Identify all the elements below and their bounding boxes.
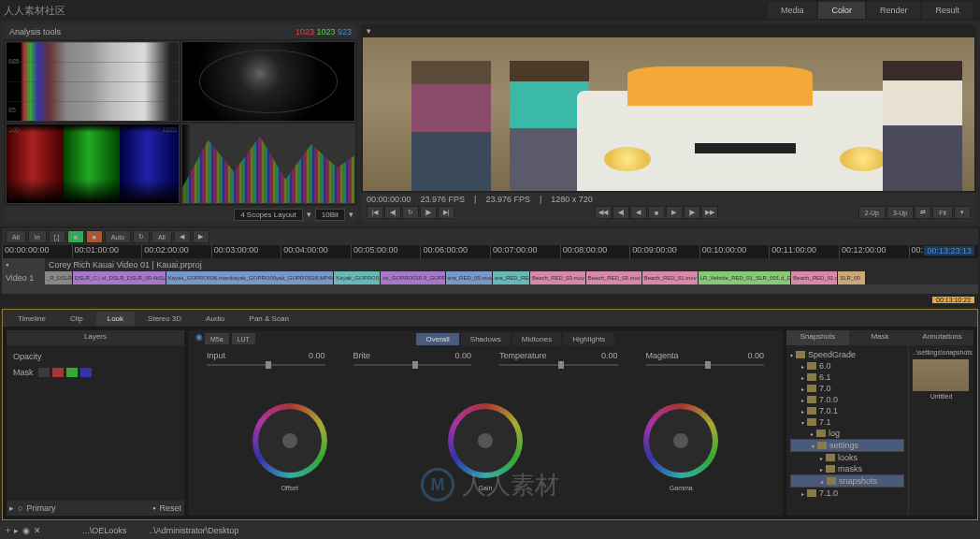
tab-clip[interactable]: Clip — [59, 312, 94, 326]
folder-tree[interactable]: ▾SpeedGrade▸6.0▸6.1▸7.0▸7.0.0▸7.0.1▾7.1▸… — [786, 345, 908, 516]
visibility-icon[interactable]: ○ — [18, 503, 22, 513]
chevron-down-icon[interactable]: ▾ — [954, 206, 971, 219]
tl-all-button[interactable]: All — [6, 230, 26, 243]
wheel-left-tab-1[interactable]: M5a — [204, 332, 230, 345]
subtab-midtones[interactable]: Midtones — [512, 333, 561, 345]
layer-toggle-icon[interactable]: ▸ — [9, 503, 14, 513]
tl-next-icon[interactable]: ▶ — [193, 230, 209, 243]
tree-item[interactable]: ▾7.1 — [790, 416, 904, 428]
dropdown-icon[interactable]: ▾ — [367, 26, 371, 36]
subtab-overall[interactable]: Overall — [416, 333, 458, 345]
tl-auto-button[interactable]: Auto — [105, 230, 131, 243]
subtab-shadows[interactable]: Shadows — [461, 333, 511, 345]
timeline-clip[interactable]: era_RED_05.mov_RED_04 — [446, 271, 493, 284]
timeline-clip[interactable]: Beach_RED_01.mov — [642, 271, 699, 284]
tl-in-button[interactable]: In — [28, 230, 47, 243]
scope-vectorscope[interactable] — [181, 41, 355, 122]
chevron-down-icon[interactable]: ▾ — [349, 210, 353, 219]
mask-btn-b[interactable] — [79, 367, 93, 378]
timeline-clip[interactable]: Beach_RED_01.mov — [791, 271, 838, 284]
tree-item[interactable]: ▸7.1.0 — [790, 488, 904, 499]
tree-item[interactable]: ▸6.0 — [790, 360, 904, 371]
tl-tool-icon[interactable]: ■ — [67, 230, 84, 243]
tool-icon[interactable]: ▸ — [14, 526, 19, 535]
goto-start-button[interactable]: |◀ — [367, 206, 383, 219]
slider-temperature[interactable]: Temperature0.00 — [499, 351, 618, 362]
goto-end-button[interactable]: ▶| — [438, 206, 454, 219]
slider-input[interactable]: Input0.00 — [207, 351, 325, 362]
chevron-down-icon[interactable]: ▾ — [307, 210, 311, 219]
scope-rgb-parade[interactable]: 100 0 1023 — [6, 124, 180, 204]
tab-look[interactable]: Look — [96, 312, 135, 326]
bit-select[interactable]: 10Bit — [315, 209, 345, 221]
monitor-viewport[interactable] — [363, 37, 974, 191]
timeline-clip[interactable]: Beach_RED_03.mov — [530, 271, 586, 284]
mask-btn-none[interactable] — [37, 367, 50, 378]
tab-stereo3d[interactable]: Stereo 3D — [137, 312, 193, 326]
tree-item[interactable]: ▾settings — [790, 439, 904, 452]
tree-item[interactable]: ▸snapshots — [790, 474, 904, 488]
stop-button[interactable]: ■ — [648, 206, 665, 219]
timeline-clip[interactable]: DSLR_C | ol_DSLR_DSLR_00.4kSLR_DSLR — [73, 271, 166, 284]
play-back-button[interactable]: ◀ — [630, 206, 647, 219]
reset-button[interactable]: Reset — [159, 503, 181, 513]
tab-timeline[interactable]: Timeline — [7, 312, 57, 326]
tab-result[interactable]: Result — [922, 2, 973, 19]
next-frame-button[interactable]: |▶ — [684, 206, 700, 219]
fforward-button[interactable]: ▶▶ — [701, 206, 718, 219]
tl-marker-icon[interactable]: [,] — [49, 230, 65, 243]
wheel-left-tab-2[interactable]: LUT — [231, 332, 256, 345]
tool-icon[interactable]: ◉ — [22, 526, 30, 535]
clips-container[interactable]: _R_DSLRDSLR_C | ol_DSLR_DSLR_00.4kSLR_DS… — [45, 271, 978, 284]
step-back-button[interactable]: ◀| — [384, 206, 401, 219]
tab-panscan[interactable]: Pan & Scan — [238, 312, 300, 326]
btab-mask[interactable]: Mask — [849, 330, 912, 345]
2up-button[interactable]: 2-Up — [858, 206, 886, 219]
slider-brite[interactable]: Brite0.00 — [353, 351, 472, 362]
timeline-clip[interactable]: Kayak_GOPRO018.MP4 — [334, 271, 381, 284]
scope-luma[interactable] — [181, 124, 355, 204]
path-2[interactable]: ..\Administrator\Desktop — [149, 526, 238, 535]
tab-media[interactable]: Media — [768, 2, 817, 19]
slider-magenta[interactable]: Magenta0.00 — [646, 351, 765, 362]
play-button[interactable]: ▶ — [666, 206, 683, 219]
scope-waveform[interactable]: 685 85 — [6, 41, 180, 122]
track-label[interactable]: Video 1 — [2, 271, 45, 284]
tree-item[interactable]: ▸looks — [790, 452, 904, 463]
color-wheel-gain[interactable]: Gain — [448, 403, 523, 478]
tl-refresh-icon[interactable]: ↻ — [133, 230, 150, 243]
add-icon[interactable]: + — [6, 526, 10, 535]
mask-btn-r[interactable] — [51, 367, 65, 378]
tree-item[interactable]: ▸7.0.1 — [790, 405, 904, 416]
primary-layer[interactable]: ▸ ○ Primary ▪ Reset — [7, 501, 184, 516]
timeline-clip[interactable]: Kayak_GOPRO006.marvkayak_GOPRO00yak_GOPR… — [166, 271, 335, 284]
btab-snapshots[interactable]: Snapshots — [786, 330, 849, 345]
rewind-button[interactable]: ◀◀ — [595, 206, 612, 219]
color-wheel-gamma[interactable]: Gamma — [643, 403, 718, 478]
tree-item[interactable]: ▸log — [790, 428, 904, 439]
snapshot-thumbnail[interactable] — [913, 359, 969, 391]
track-toggle-icon[interactable]: ▪ — [2, 258, 45, 271]
mask-btn-g[interactable] — [65, 367, 79, 378]
tl-tool-icon[interactable]: ■ — [86, 230, 103, 243]
tree-item[interactable]: ▸masks — [790, 463, 904, 474]
prev-frame-button[interactable]: ◀| — [612, 206, 629, 219]
tab-color[interactable]: Color — [818, 2, 865, 19]
loop-button[interactable]: ↻ — [402, 206, 419, 219]
tree-item[interactable]: ▸6.1 — [790, 371, 904, 383]
path-1[interactable]: ...\OELooks — [82, 526, 126, 535]
timeline-clip[interactable]: SLR_00 — [838, 271, 866, 284]
color-wheel-offset[interactable]: Offset — [252, 403, 327, 478]
lock-icon[interactable]: ▪ — [152, 503, 155, 513]
grading-track[interactable] — [2, 284, 978, 294]
tl-all2-button[interactable]: All — [151, 230, 172, 243]
tool-icon[interactable]: ✕ — [34, 526, 41, 535]
wheel-mode-icon[interactable]: ◉ — [195, 332, 203, 345]
tree-item[interactable]: ▸7.0 — [790, 383, 904, 394]
timeline-clip[interactable]: _R_DSLR — [45, 271, 73, 284]
tl-prev-icon[interactable]: ◀ — [174, 230, 191, 243]
timeline-ruler[interactable]: 00:00:00:00 00:01:00:00 00:02:00:00 00:0… — [2, 245, 978, 258]
tab-audio[interactable]: Audio — [195, 312, 236, 326]
layout-select[interactable]: 4 Scopes Layout — [234, 209, 303, 221]
timeline-clip[interactable]: LR_Vehicle_RED_01_SLR_001.d_DSLR_001 — [699, 271, 792, 284]
